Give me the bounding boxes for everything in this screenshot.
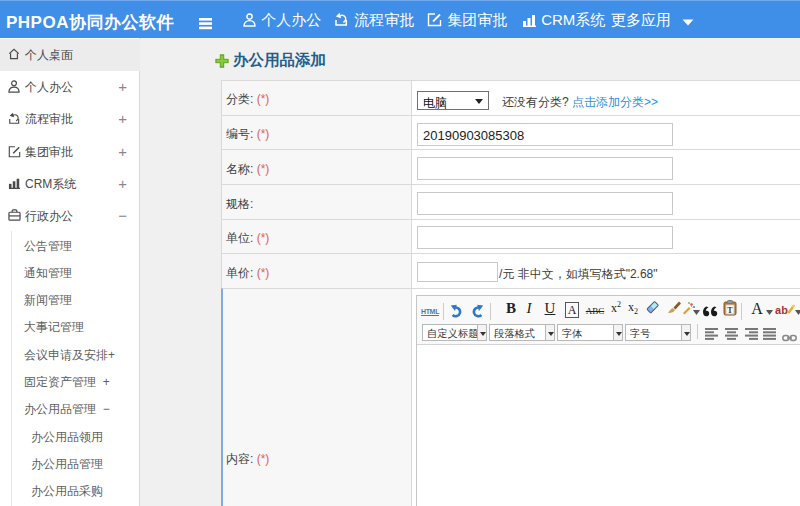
svg-text:T: T — [727, 306, 733, 315]
